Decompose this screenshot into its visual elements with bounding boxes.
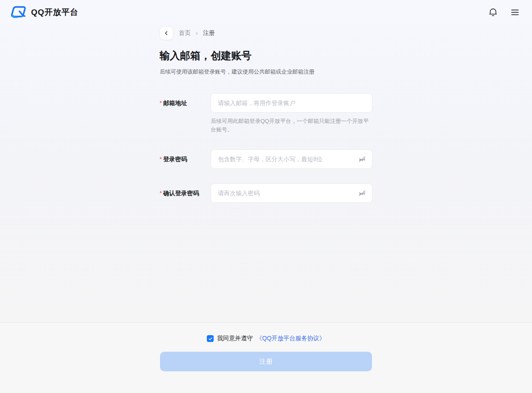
breadcrumb-row: 首页 注册	[160, 24, 372, 40]
breadcrumb-home[interactable]: 首页	[179, 29, 191, 37]
breadcrumb: 首页 注册	[179, 29, 215, 37]
form-row-confirm-password: *确认登录密码	[160, 183, 372, 203]
required-mark: *	[160, 156, 162, 162]
email-helper-text: 后续可用此邮箱登录QQ开放平台，一个邮箱只能注册一个开放平台账号。	[211, 117, 372, 134]
agreement-row: 我同意并遵守 《QQ开放平台服务协议》	[0, 335, 532, 342]
breadcrumb-current: 注册	[203, 29, 215, 37]
checkmark-icon	[208, 336, 213, 341]
main-content: 首页 注册 输入邮箱，创建账号 后续可使用该邮箱登录账号，建议使用公共邮箱或企业…	[0, 24, 532, 322]
service-agreement-link[interactable]: 《QQ开放平台服务协议》	[256, 335, 325, 342]
top-header: QQ开放平台	[0, 0, 532, 24]
password-field-label: *登录密码	[160, 149, 211, 169]
hamburger-menu-icon[interactable]	[509, 6, 521, 18]
register-form: *邮箱地址 后续可用此邮箱登录QQ开放平台，一个邮箱只能注册一个开放平台账号。 …	[160, 93, 372, 203]
email-input[interactable]	[211, 93, 372, 113]
back-button[interactable]	[160, 26, 173, 40]
agreement-text: 我同意并遵守	[217, 335, 253, 342]
confirm-password-input[interactable]	[211, 183, 372, 203]
confirm-password-visibility-toggle-icon[interactable]	[358, 188, 367, 198]
form-row-email: *邮箱地址 后续可用此邮箱登录QQ开放平台，一个邮箱只能注册一个开放平台账号。	[160, 93, 372, 134]
breadcrumb-separator-icon	[194, 31, 199, 36]
agreement-checkbox[interactable]	[207, 335, 214, 342]
form-row-password: *登录密码	[160, 149, 372, 169]
qq-open-platform-logo-icon	[11, 5, 27, 20]
confirm-password-field-label: *确认登录密码	[160, 183, 211, 203]
required-mark: *	[160, 190, 162, 196]
page-title: 输入邮箱，创建账号	[160, 49, 372, 63]
header-actions	[487, 6, 521, 18]
password-visibility-toggle-icon[interactable]	[358, 154, 367, 164]
brand-name: QQ开放平台	[31, 7, 79, 18]
required-mark: *	[160, 100, 162, 106]
register-submit-button[interactable]: 注册	[160, 352, 372, 371]
brand[interactable]: QQ开放平台	[11, 5, 79, 20]
notification-bell-icon[interactable]	[487, 6, 499, 18]
email-field-label: *邮箱地址	[160, 93, 211, 134]
password-input[interactable]	[211, 149, 372, 169]
footer-action-bar: 我同意并遵守 《QQ开放平台服务协议》 注册	[0, 322, 532, 393]
page-subtitle: 后续可使用该邮箱登录账号，建议使用公共邮箱或企业邮箱注册	[160, 68, 372, 76]
